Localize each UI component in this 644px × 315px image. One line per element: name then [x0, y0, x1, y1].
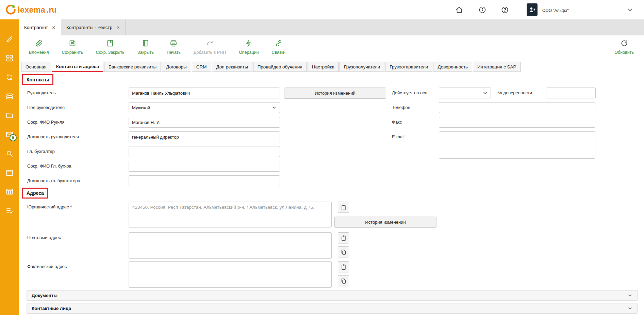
tab-kontragenty-reestr[interactable]: Контрагенты - Реестр ✕ [61, 19, 126, 35]
postal-address-field[interactable] [129, 232, 332, 259]
manager-position-input[interactable] [129, 131, 280, 142]
sync-icon[interactable] [5, 73, 14, 81]
tab-doverennost[interactable]: Доверенность [433, 62, 472, 72]
tab-integraciya-s-sap[interactable]: Интеграция с SAP [473, 62, 521, 72]
copy-postal-address-button[interactable] [338, 246, 349, 257]
actual-address-field[interactable] [129, 261, 332, 288]
postal-address-label: Почтовый адрес [27, 235, 61, 240]
redo-icon [206, 39, 214, 49]
poa-number-label: № доверенности [497, 90, 532, 95]
address-history-button[interactable]: История изменений [334, 217, 436, 228]
copy-actual-address-button[interactable] [338, 275, 349, 286]
chief-accountant-position-input[interactable] [129, 175, 280, 186]
save-close-button[interactable]: Сохр. Закрыть [96, 39, 125, 55]
clipboard-icon [340, 204, 347, 211]
tab-dop-rekvizity[interactable]: Доп реквизиты [212, 62, 252, 72]
chief-accountant-position-label: Должность гл. бухгалтера [27, 178, 80, 183]
copy-icon [340, 278, 347, 284]
paste-postal-address-button[interactable] [338, 232, 349, 243]
legal-address-label: Юридический адрес * [27, 204, 72, 209]
info-icon[interactable] [478, 6, 486, 14]
clipboard-icon [340, 235, 347, 241]
save-icon [68, 39, 77, 49]
manager-short-name-input[interactable] [129, 117, 280, 128]
reports-icon[interactable] [5, 188, 14, 196]
print-button[interactable]: Печать [167, 39, 181, 55]
tasks-icon[interactable] [5, 207, 14, 215]
phone-label: Телефон [392, 105, 410, 110]
history-button[interactable]: История изменений [284, 88, 386, 99]
mail-icon[interactable]: 9 [5, 130, 14, 139]
chief-accountant-label: Гл. бухгалтер [27, 149, 55, 154]
lightning-icon [245, 39, 253, 49]
toolbar: Вложения Сохранить Сохр. Закрыть Закрыть… [19, 35, 644, 60]
chevron-down-icon [628, 306, 632, 311]
modules-icon[interactable] [5, 54, 14, 62]
tab-gruzootpraviteli[interactable]: Грузоотправители [385, 62, 432, 72]
header-chevron-down-icon[interactable] [627, 7, 634, 14]
logo-icon [5, 3, 16, 16]
home-icon[interactable] [455, 6, 463, 14]
close-tab-icon[interactable]: ✕ [116, 25, 120, 30]
mail-badge: 9 [10, 134, 17, 141]
copy-icon [340, 249, 347, 255]
tab-nastroyka[interactable]: Настройка [308, 62, 339, 72]
chief-accountant-short-input[interactable] [129, 161, 280, 172]
calendar-icon[interactable] [5, 169, 14, 177]
logo[interactable]: lexema.ru [5, 3, 56, 16]
contact-persons-section-header[interactable]: Контактные лица [27, 303, 638, 314]
tab-bankovskie-rekvizity[interactable]: Банковские реквизиты [104, 62, 161, 72]
tab-kontakty-i-adresa[interactable]: Контакты и адреса [52, 62, 103, 72]
tab-osnovnaya[interactable]: Основная [21, 62, 51, 72]
acts-on-basis-select[interactable] [439, 88, 491, 98]
chevron-down-icon [272, 105, 277, 110]
close-tab-icon[interactable]: ✕ [52, 25, 55, 30]
operations-button[interactable]: Операции [239, 39, 259, 55]
documents-section-title: Документы [32, 293, 57, 298]
refresh-icon [620, 39, 628, 49]
tab-kontragent[interactable]: Контрагент ✕ [19, 19, 61, 35]
manager-label: Руководитель [27, 90, 56, 95]
chevron-down-icon [628, 293, 632, 298]
phone-input[interactable] [439, 102, 595, 113]
paste-address-button[interactable] [338, 202, 349, 213]
tab-provayder-obucheniya[interactable]: Провайдер обучения [253, 62, 307, 72]
save-close-icon [106, 39, 114, 49]
gender-value: Мужской [132, 105, 150, 110]
help-icon[interactable] [501, 6, 509, 14]
link-icon [275, 39, 283, 49]
search-icon[interactable] [5, 149, 14, 158]
links-button[interactable]: Связки [272, 39, 285, 55]
gender-select[interactable]: Мужской [129, 102, 280, 113]
paperclip-icon [35, 39, 43, 49]
edit-icon[interactable] [5, 35, 14, 43]
form-tabs: Основная Контакты и адреса Банковские ре… [19, 60, 644, 72]
tab-crm[interactable]: CRM [192, 62, 211, 72]
tab-label: Контрагент [24, 25, 48, 30]
save-button[interactable]: Сохранить [62, 39, 83, 55]
logo-suffix: .ru [47, 5, 56, 15]
fax-input[interactable] [439, 117, 595, 128]
close-document-button[interactable]: Закрыть [137, 39, 154, 55]
manager-input[interactable] [129, 88, 280, 98]
contact-persons-section-title: Контактные лица [32, 306, 71, 311]
folder-icon[interactable] [5, 111, 14, 120]
paste-actual-address-button[interactable] [338, 261, 349, 272]
addresses-section-title: Адреса [22, 188, 48, 199]
refresh-button[interactable]: Обновить [614, 39, 634, 55]
user-avatar[interactable] [527, 3, 538, 16]
attachments-button[interactable]: Вложения [29, 39, 49, 55]
manager-short-name-label: Сокр. ФИО Рук-ля [27, 120, 65, 125]
poa-number-input[interactable] [546, 88, 596, 98]
manager-position-label: Должность руководителя [27, 134, 79, 139]
tab-dogovory[interactable]: Договоры [162, 62, 191, 72]
tab-gruzopoluchateli[interactable]: Грузополучатели [340, 62, 384, 72]
email-field[interactable] [439, 131, 595, 159]
documents-section-header[interactable]: Документы [27, 290, 638, 301]
chevron-down-icon [483, 91, 488, 95]
list-icon[interactable] [5, 92, 14, 100]
legal-address-field[interactable]: 423450, Россия, Респ Татарстан, Альметье… [129, 202, 332, 227]
chief-accountant-input[interactable] [129, 146, 280, 157]
company-name: ООО "Альфа" [542, 8, 569, 13]
form-content: Контакты Руководитель История изменений … [19, 72, 644, 315]
